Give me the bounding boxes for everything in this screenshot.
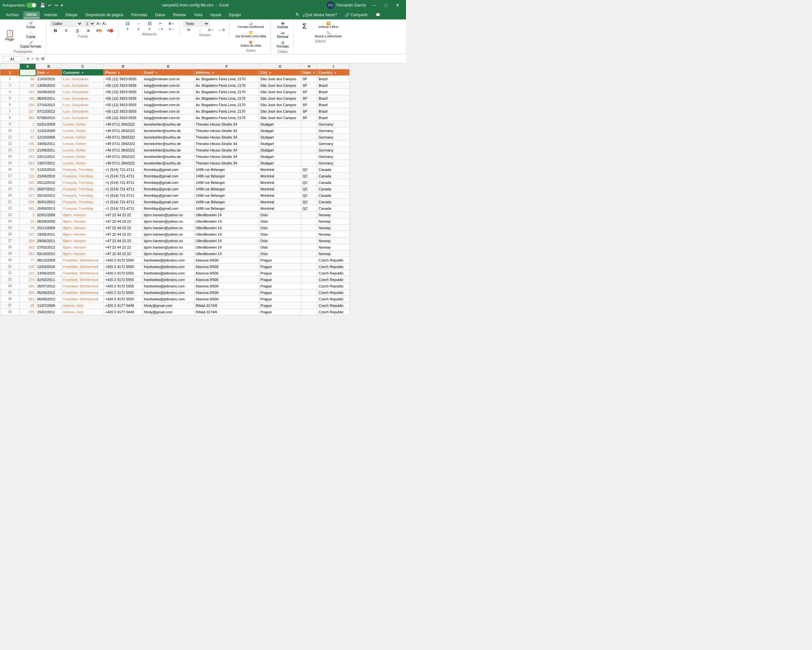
cell-customer[interactable]: Bjørn, Hansen [62, 244, 104, 251]
cell-customer[interactable]: Luís, Gonçalves [62, 108, 104, 115]
cell-email[interactable]: frantisekw@jetbrains.com [143, 263, 194, 270]
cell-customer[interactable]: Leonie, Köhler [62, 141, 104, 147]
cell-customer[interactable]: František, Wichterlová [62, 263, 104, 270]
cell-email[interactable]: luisg@embraer.com.br [143, 108, 194, 115]
cell-address[interactable]: Theodor-Heuss-Straße 34 [194, 160, 259, 167]
cancel-formula-icon[interactable]: ✕ [26, 56, 30, 61]
undo-button[interactable]: ↩ [47, 2, 52, 8]
decrease-font-button[interactable]: A↓ [102, 21, 107, 26]
cell-email[interactable]: frantisekw@jetbrains.com [143, 277, 194, 283]
cell-phone[interactable]: +1 (514) 721-4711 [104, 192, 143, 199]
row-num[interactable]: 7 [0, 108, 20, 115]
insert-cells-button[interactable]: ➕ Insertar [275, 21, 290, 30]
cell-country[interactable]: Germany [317, 134, 350, 141]
cell-customer[interactable]: Bjørn, Hansen [62, 238, 104, 244]
row-num[interactable]: 18 [0, 179, 20, 186]
cell-phone[interactable]: +47 22 44 22 22 [104, 244, 143, 251]
cell-state[interactable] [301, 309, 317, 315]
cell-state[interactable]: QC [301, 205, 317, 212]
cell-id[interactable]: 165 [20, 179, 36, 186]
cell-city[interactable]: Montréal [259, 167, 301, 173]
italic-button[interactable]: K [61, 28, 72, 33]
cell-address[interactable]: Theodor-Heuss-Straße 34 [194, 134, 259, 141]
cell-city[interactable]: Montréal [259, 186, 301, 192]
cell-country[interactable]: Czech Republic [317, 289, 350, 296]
menu-ayuda[interactable]: Ayuda [207, 12, 224, 18]
cell-address[interactable]: 1498 rue Bélanger [194, 192, 259, 199]
cell-email[interactable]: luisg@embraer.com.br [143, 76, 194, 82]
cell-city[interactable]: Oslo [259, 218, 301, 225]
cell-date[interactable]: 28/10/2012 [36, 192, 62, 199]
cell-address[interactable]: Av. Brigadeiro Faria Lima, 2170 [194, 95, 259, 102]
cell-city[interactable]: São José dos Campos [259, 89, 301, 95]
cell-state[interactable] [301, 244, 317, 251]
cell-city[interactable]: Prague [259, 263, 301, 270]
cell-city[interactable]: São José dos Campos [259, 76, 301, 82]
row-num[interactable]: 35 [0, 289, 20, 296]
cell-email[interactable]: leonekohler@surfeu.de [143, 153, 194, 160]
cell-email[interactable]: ftremblay@gmail.com [143, 173, 194, 179]
row-num[interactable]: 2 [0, 76, 20, 82]
cell-email[interactable]: luisg@embraer.com.br [143, 102, 194, 108]
cell-address[interactable]: 1498 rue Bélanger [194, 199, 259, 205]
align-top-button[interactable]: ⬆️ [122, 21, 133, 26]
share-button[interactable]: 🔗 Compartir [340, 11, 373, 19]
cell-city[interactable]: Montréal [259, 179, 301, 186]
cell-customer[interactable]: François, Tremblay [62, 192, 104, 199]
cell-email[interactable]: bjorn.hansen@yahoo.no [143, 225, 194, 231]
cell-customer[interactable]: Luís, Gonçalves [62, 102, 104, 108]
cell-country[interactable]: Canada [317, 199, 350, 205]
cell-city[interactable]: Prague [259, 309, 301, 315]
font-color-button[interactable]: A🔴 [105, 28, 116, 33]
row-num[interactable]: 25 [0, 225, 20, 231]
cell-date[interactable]: 19/05/2011 [36, 141, 62, 147]
cell-phone[interactable]: +1 (514) 721-4711 [104, 179, 143, 186]
cell-date[interactable]: 11/07/2009 [36, 302, 62, 309]
cell-state[interactable]: SP [301, 76, 317, 82]
cell-id[interactable]: 197 [20, 231, 36, 238]
align-center-button[interactable]: ≡ [133, 26, 143, 32]
cell-country[interactable]: Brazil [317, 89, 350, 95]
cell-state[interactable] [301, 231, 317, 238]
cell-date[interactable]: 11/03/2010 [36, 167, 62, 173]
cell-date[interactable]: 13/06/2010 [36, 82, 62, 89]
cell-customer[interactable]: František, Wichterlová [62, 277, 104, 283]
cell-styles-button[interactable]: 🎨 Estilos de celda [234, 40, 268, 48]
cell-country[interactable]: Norway [317, 212, 350, 218]
cell-country[interactable]: Brazil [317, 115, 350, 121]
cell-email[interactable]: frantisekw@jetbrains.com [143, 283, 194, 289]
number-format-select[interactable]: Texto General Número [183, 21, 209, 26]
cell-date[interactable]: 01/01/2009 [36, 121, 62, 127]
cell-address[interactable]: Ullevålsveien 14 [194, 238, 259, 244]
cell-customer[interactable]: František, Wichterlová [62, 289, 104, 296]
sort-filter-button[interactable]: 🔽 Ordenar y filtrar [313, 21, 343, 29]
redo-button[interactable]: ↪ [54, 2, 59, 8]
cell-phone[interactable]: +55 (12) 3923-5555 [104, 89, 143, 95]
row-num[interactable]: 10 [0, 127, 20, 134]
decrease-indent-button[interactable]: ←≡ [155, 26, 166, 32]
cell-phone[interactable]: +47 22 44 22 22 [104, 218, 143, 225]
header-phone[interactable]: Phone ▼ [104, 69, 143, 76]
cut-button[interactable]: ✂️ Cortar [18, 21, 43, 30]
header-country[interactable]: Country ▼ [317, 69, 350, 76]
cell-email[interactable]: bjorn.hansen@yahoo.no [143, 218, 194, 225]
cell-country[interactable]: Norway [317, 218, 350, 225]
cell-date[interactable]: 05/09/2012 [36, 289, 62, 296]
row-num[interactable]: 31 [0, 263, 20, 270]
cell-state[interactable]: SP [301, 115, 317, 121]
cell-date[interactable]: 12/03/2010 [36, 263, 62, 270]
cell-id[interactable]: 294 [20, 186, 36, 192]
header-id[interactable]: Id ▼ [20, 69, 36, 76]
cell-state[interactable] [301, 160, 317, 167]
menu-dibujar[interactable]: Dibujar [62, 12, 81, 18]
cell-address[interactable]: Klanova 9/506 [194, 277, 259, 283]
cell-city[interactable]: Prague [259, 277, 301, 283]
cell-address[interactable]: Ullevålsveien 14 [194, 212, 259, 218]
cell-country[interactable]: Germany [317, 153, 350, 160]
cell-city[interactable]: Montréal [259, 199, 301, 205]
cell-state[interactable] [301, 251, 317, 257]
cell-reference-input[interactable] [3, 56, 22, 62]
row-num[interactable]: 23 [0, 212, 20, 218]
customize-quick-access-button[interactable]: ▾ [60, 2, 64, 8]
insert-function-icon[interactable]: fx [36, 56, 39, 61]
